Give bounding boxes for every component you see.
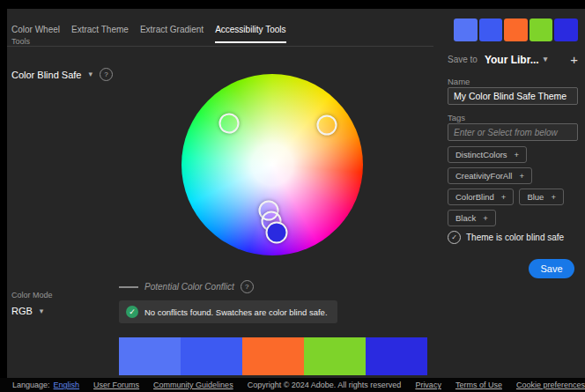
tag-chip-label: Blue — [527, 192, 544, 202]
color-mode-select[interactable]: RGB ▾ — [11, 306, 43, 316]
tag-chip-black[interactable]: Black+ — [448, 210, 496, 226]
theme-swatch-3[interactable] — [504, 18, 528, 41]
conflict-line-icon — [119, 286, 138, 288]
conflict-legend: Potential Color Conflict ? — [119, 280, 254, 293]
plus-icon: + — [515, 150, 520, 159]
add-library-button[interactable]: + — [570, 53, 578, 66]
footer-link: Copyright © 2024 Adobe. All rights reser… — [248, 381, 402, 389]
theme-swatch-1[interactable] — [454, 18, 478, 41]
tag-chip-blue[interactable]: Blue+ — [519, 189, 564, 205]
language-value[interactable]: English — [54, 381, 80, 389]
tools-label: Tools — [11, 37, 30, 46]
theme-swatch-5[interactable] — [366, 337, 427, 375]
theme-swatch-2[interactable] — [479, 18, 503, 41]
save-to-row: Save to Your Libr... ▾ + — [448, 53, 578, 66]
check-circle-icon: ✓ — [126, 306, 138, 318]
tag-suggestions: DistinctColors+CreativityForAll+ColorBli… — [448, 146, 581, 226]
help-icon[interactable]: ? — [241, 280, 254, 293]
color-blind-safe-note: Theme is color blind safe — [466, 233, 564, 242]
tag-chip-label: CreativityForAll — [455, 171, 512, 181]
tag-chip-distinctcolors[interactable]: DistinctColors+ — [448, 146, 527, 163]
color-blind-safe-row: ✓ Theme is color blind safe — [448, 231, 564, 244]
footer-link[interactable]: User Forums — [93, 381, 139, 389]
theme-name-input[interactable] — [448, 87, 578, 105]
tag-chip-label: DistinctColors — [455, 150, 507, 159]
plus-icon: + — [501, 192, 507, 202]
tab-accessibility-tools[interactable]: Accessibility Tools — [215, 25, 285, 43]
color-marker[interactable] — [316, 115, 337, 135]
adobe-color-app: Color Wheel Extract Theme Extract Gradie… — [0, 0, 585, 392]
tags-label: Tags — [448, 113, 465, 122]
help-icon[interactable]: ? — [100, 68, 113, 81]
theme-swatch-1[interactable] — [119, 337, 181, 375]
theme-swatch-2[interactable] — [181, 337, 242, 375]
no-conflicts-toast: ✓ No conflicts found. Swatches are color… — [119, 300, 337, 323]
main-tabs: Color Wheel Extract Theme Extract Gradie… — [11, 25, 286, 43]
name-label: Name — [448, 77, 470, 86]
footer-link[interactable]: Terms of Use — [455, 381, 502, 389]
footer-link[interactable]: Community Guidelines — [153, 381, 233, 389]
color-marker[interactable] — [218, 113, 239, 133]
theme-swatch-3[interactable] — [242, 337, 304, 375]
language-row: Language:English — [12, 381, 79, 389]
tools-select[interactable]: Color Blind Safe ▾ ? — [11, 68, 113, 81]
theme-swatch-5[interactable] — [554, 18, 578, 41]
library-select[interactable]: Your Libr... ▾ — [485, 54, 547, 66]
tag-chip-label: Black — [455, 213, 476, 223]
toast-message: No conflicts found. Swatches are color b… — [144, 307, 328, 317]
color-marker[interactable] — [266, 222, 288, 244]
tabs-divider — [7, 46, 433, 47]
plus-icon: + — [483, 213, 488, 223]
tag-chip-label: ColorBlind — [455, 192, 494, 202]
tag-chip-creativityforall[interactable]: CreativityForAll+ — [448, 167, 532, 184]
color-mode-label: Color Mode — [11, 291, 53, 300]
tag-chip-colorblind[interactable]: ColorBlind+ — [448, 189, 514, 205]
color-mode-value: RGB — [11, 306, 33, 316]
plus-icon: + — [551, 192, 556, 202]
footer: Language:English User ForumsCommunity Gu… — [0, 378, 585, 392]
language-label: Language: — [12, 381, 50, 389]
tags-input[interactable] — [448, 123, 578, 141]
conflict-legend-label: Potential Color Conflict — [144, 282, 234, 292]
tab-extract-theme[interactable]: Extract Theme — [71, 25, 129, 43]
tools-selected-value: Color Blind Safe — [11, 70, 82, 80]
chevron-down-icon: ▾ — [40, 307, 44, 315]
theme-swatch-4[interactable] — [529, 18, 553, 41]
library-name: Your Libr... — [485, 54, 539, 66]
save-to-label: Save to — [448, 55, 478, 64]
theme-swatch-4[interactable] — [304, 337, 366, 375]
color-wheel[interactable] — [181, 74, 363, 255]
footer-link[interactable]: Cookie preferences — [516, 381, 585, 389]
plus-icon: + — [519, 171, 524, 181]
footer-links: User ForumsCommunity GuidelinesCopyright… — [93, 381, 585, 389]
check-circle-icon: ✓ — [448, 231, 461, 244]
panel-theme-preview — [454, 18, 578, 41]
theme-swatch-strip — [119, 337, 427, 375]
save-button[interactable]: Save — [529, 259, 574, 278]
chevron-down-icon: ▾ — [544, 55, 548, 63]
chevron-down-icon: ▾ — [89, 70, 93, 78]
footer-link[interactable]: Privacy — [415, 381, 441, 389]
tab-extract-gradient[interactable]: Extract Gradient — [140, 25, 204, 43]
